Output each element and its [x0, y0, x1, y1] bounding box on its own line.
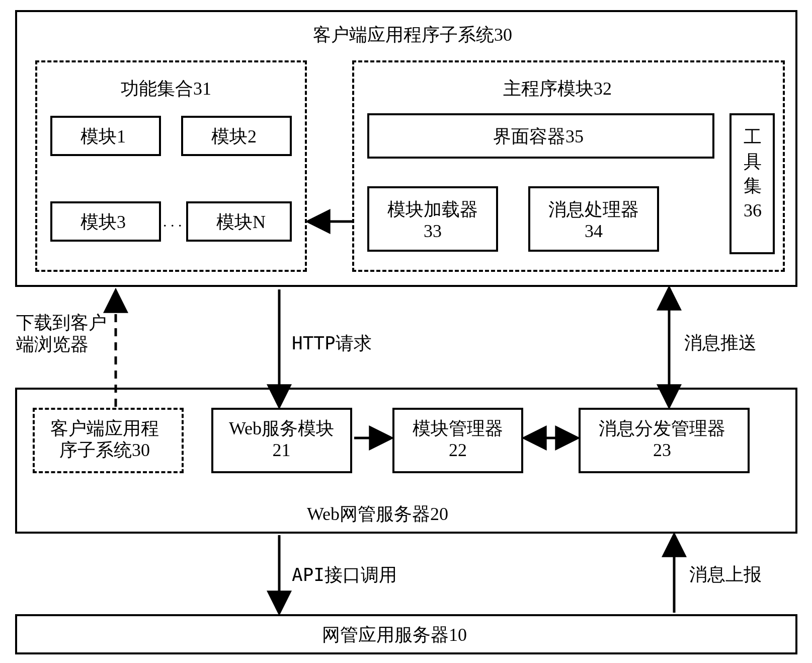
web-server-20-title: Web网管服务器20 [307, 503, 448, 525]
edge-push-label: 消息推送 [684, 332, 757, 354]
edge-http-label: HTTP请求 [292, 332, 372, 354]
edge-api-label: API接口调用 [292, 564, 397, 585]
module-1-label: 模块1 [80, 126, 126, 148]
message-dispatch-manager-23-label: 消息分发管理器 23 [599, 418, 725, 461]
module-n-label: 模块N [216, 211, 266, 233]
ui-container-35-label: 界面容器35 [493, 126, 584, 148]
module-loader-33-label: 模块加载器 33 [387, 199, 478, 242]
message-processor-34-label: 消息处理器 34 [548, 199, 639, 242]
ellipsis-label: . . . [163, 212, 182, 231]
edge-report-label: 消息上报 [689, 564, 762, 585]
toolset-36-label: 工 具 集 36 [744, 125, 762, 223]
client-subsystem-30-title: 客户端应用程序子系统30 [262, 24, 563, 46]
module-3-label: 模块3 [80, 211, 126, 233]
module-2-label: 模块2 [211, 126, 257, 148]
module-manager-22-label: 模块管理器 22 [413, 418, 503, 461]
client-subsystem-30-copy-label: 客户端应用程 序子系统30 [50, 418, 159, 461]
app-server-10-label: 网管应用服务器10 [322, 624, 467, 646]
main-program-32-title: 主程序模块32 [503, 78, 612, 100]
edge-download-label: 下载到客户 端浏览器 [16, 312, 107, 355]
function-set-31-title: 功能集合31 [121, 78, 211, 100]
web-service-module-21-label: Web服务模块 21 [229, 418, 334, 461]
